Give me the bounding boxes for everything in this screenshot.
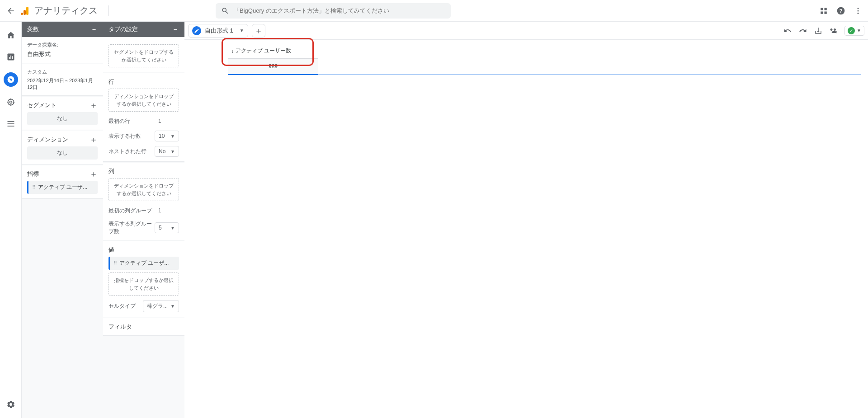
tab-settings-title: タブの設定 <box>108 25 138 33</box>
metric-drop-zone[interactable]: 指標をドロップするか選択してください <box>108 272 179 296</box>
date-range-section[interactable]: カスタム 2022年12月14日～2023年1月12日 <box>22 64 103 96</box>
rows-dim-drop-zone[interactable]: ディメンションをドロップするか選択してください <box>108 89 179 112</box>
nested-rows-label: ネストされた行 <box>108 148 146 155</box>
nav-reports-icon[interactable] <box>5 51 17 63</box>
show-rows-select[interactable]: 10▼ <box>155 131 179 141</box>
metric-chip-label: アクティブ ユーザ... <box>38 183 87 191</box>
variables-panel: 変数 － データ探索名: 自由形式 カスタム 2022年12月14日～2023年… <box>22 22 103 418</box>
metrics-label: 指標 <box>27 170 39 178</box>
rows-label: 行 <box>108 78 179 86</box>
table-value-cell: 989 <box>228 59 318 75</box>
nav-home-icon[interactable] <box>5 29 17 42</box>
svg-rect-0 <box>26 7 28 15</box>
top-header: アナリティクス ? <box>0 0 868 22</box>
cols-dim-drop-zone[interactable]: ディメンションをドロップするか選択してください <box>108 178 179 201</box>
collapse-icon[interactable]: － <box>90 25 98 34</box>
undo-icon[interactable] <box>783 26 792 35</box>
svg-rect-20 <box>7 126 14 127</box>
svg-rect-1 <box>24 10 26 15</box>
exploration-tab[interactable]: 自由形式 1 ▼ <box>188 24 248 38</box>
nav-ads-icon[interactable] <box>5 96 17 108</box>
svg-rect-14 <box>10 56 11 59</box>
exploration-name-section: データ探索名: 自由形式 <box>22 37 103 63</box>
check-icon: ✓ <box>848 27 855 34</box>
collapse-icon[interactable]: － <box>172 25 179 34</box>
apps-grid-icon[interactable] <box>819 6 828 15</box>
dimensions-none: なし <box>27 146 98 160</box>
exploration-name-value[interactable]: 自由形式 <box>27 50 98 58</box>
show-rows-label: 表示する行数 <box>108 132 141 140</box>
canvas-toolbar-right: ✓ ▼ <box>783 26 864 36</box>
metric-chip-active-users[interactable]: ⠿ アクティブ ユーザ... <box>27 181 98 194</box>
edit-icon <box>192 26 201 35</box>
tab-settings-header: タブの設定 － <box>103 22 184 37</box>
add-tab-button[interactable]: ＋ <box>252 24 265 38</box>
exploration-name-label: データ探索名: <box>27 42 98 48</box>
more-vert-icon[interactable] <box>854 6 863 15</box>
rows-section: 行 ディメンションをドロップするか選択してください 最初の行 1 表示する行数 … <box>103 73 184 162</box>
custom-label: カスタム <box>27 69 98 75</box>
add-segment-button[interactable]: ＋ <box>90 101 98 109</box>
column-header-label: アクティブ ユーザー数 <box>236 47 291 55</box>
status-caret-icon: ▼ <box>857 28 861 33</box>
svg-rect-3 <box>821 8 823 10</box>
cell-type-select[interactable]: 棒グラ...▼ <box>143 300 179 312</box>
nav-rail <box>0 22 22 418</box>
svg-point-17 <box>9 101 12 103</box>
svg-rect-5 <box>821 11 823 14</box>
help-icon[interactable]: ? <box>836 6 845 15</box>
segments-label: セグメント <box>27 101 57 109</box>
segment-drop-section: セグメントをドロップするか選択してください <box>103 37 184 72</box>
svg-rect-18 <box>7 121 14 122</box>
search-icon <box>221 7 229 15</box>
tab-caret-icon: ▼ <box>240 28 244 33</box>
search-input[interactable] <box>234 7 445 14</box>
variables-title: 変数 <box>27 25 39 33</box>
status-check[interactable]: ✓ ▼ <box>844 26 864 36</box>
cols-section: 列 ディメンションをドロップするか選択してください 最初の列グループ 1 表示す… <box>103 163 184 240</box>
svg-point-2 <box>21 13 23 15</box>
nav-explore-icon[interactable] <box>4 72 18 87</box>
add-dimension-button[interactable]: ＋ <box>90 136 98 144</box>
nav-config-icon[interactable] <box>5 117 17 130</box>
main-wrap: 変数 － データ探索名: 自由形式 カスタム 2022年12月14日～2023年… <box>0 22 868 418</box>
variables-panel-header: 変数 － <box>22 22 103 37</box>
title-divider <box>108 5 109 16</box>
dimensions-section: ディメンション ＋ なし <box>22 131 103 164</box>
nav-settings-icon[interactable] <box>5 398 17 411</box>
first-col-group-value[interactable]: 1 <box>155 206 179 216</box>
logo-wrap: アナリティクス <box>20 5 109 17</box>
first-row-label: 最初の行 <box>108 117 130 125</box>
date-range-value: 2022年12月14日～2023年1月12日 <box>27 77 98 91</box>
dimensions-label: ディメンション <box>27 136 68 144</box>
svg-point-10 <box>858 10 859 11</box>
segment-drop-zone[interactable]: セグメントをドロップするか選択してください <box>108 44 179 67</box>
value-chip-label: アクティブ ユーザ... <box>119 259 169 267</box>
svg-rect-15 <box>12 56 13 59</box>
back-arrow-icon[interactable] <box>5 5 16 16</box>
sort-desc-icon: ↓ <box>231 48 234 54</box>
show-col-groups-label: 表示する列グループ数 <box>108 220 155 235</box>
app-title: アナリティクス <box>34 5 98 17</box>
first-row-value[interactable]: 1 <box>155 116 179 126</box>
table-column-header[interactable]: ↓ アクティブ ユーザー数 <box>228 43 318 59</box>
values-label: 値 <box>108 246 179 254</box>
canvas-wrap: 自由形式 1 ▼ ＋ ✓ ▼ <box>184 22 868 418</box>
drag-handle-icon: ⠿ <box>113 260 117 266</box>
svg-rect-13 <box>9 57 9 59</box>
download-icon[interactable] <box>814 26 823 35</box>
svg-point-16 <box>8 99 14 105</box>
search-bar[interactable] <box>216 3 451 19</box>
add-metric-button[interactable]: ＋ <box>90 170 98 178</box>
table-underline <box>228 75 861 75</box>
nested-rows-select[interactable]: No▼ <box>155 146 179 157</box>
cols-label: 列 <box>108 167 179 175</box>
svg-point-11 <box>858 12 859 14</box>
show-col-groups-select[interactable]: 5▼ <box>155 222 179 233</box>
header-actions: ? <box>819 6 863 15</box>
share-icon[interactable] <box>829 26 838 35</box>
segments-section: セグメント ＋ なし <box>22 97 103 130</box>
value-chip-active-users[interactable]: ⠿ アクティブ ユーザ... <box>108 257 179 270</box>
metrics-section: 指標 ＋ ⠿ アクティブ ユーザ... <box>22 165 103 199</box>
redo-icon[interactable] <box>798 26 807 35</box>
